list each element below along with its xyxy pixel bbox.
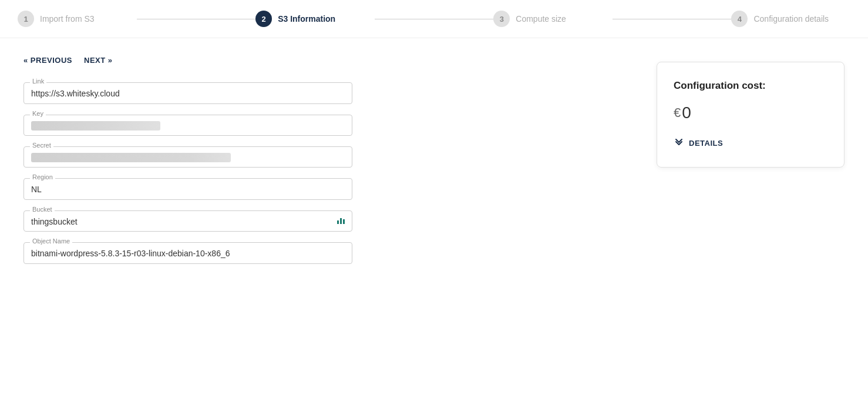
cost-title: Configuration cost:: [674, 80, 827, 92]
details-label: DETAILS: [689, 139, 723, 148]
step-2: 2 S3 Information: [255, 11, 375, 27]
step-3-circle: 3: [493, 11, 510, 27]
step-4: 4 Configuration details: [731, 11, 850, 27]
secret-field-group: Secret: [23, 146, 352, 168]
secret-label: Secret: [30, 142, 53, 149]
object-name-field-wrapper: Object Name: [23, 242, 352, 264]
object-name-label: Object Name: [30, 238, 72, 245]
form-section: « PREVIOUS NEXT » Link Key Secret: [23, 56, 352, 275]
secret-blurred-value: [31, 153, 231, 162]
step-4-circle: 4: [731, 11, 748, 27]
step-2-circle: 2: [255, 11, 272, 27]
cost-value: € 0: [674, 103, 827, 122]
cost-amount: 0: [682, 103, 691, 122]
region-field-wrapper: Region: [23, 178, 352, 200]
next-button[interactable]: NEXT »: [84, 56, 113, 65]
key-field-wrapper: Key: [23, 115, 352, 136]
secret-field-wrapper: Secret: [23, 146, 352, 168]
object-name-field-group: Object Name: [23, 242, 352, 264]
bucket-input[interactable]: [31, 215, 345, 226]
step-1: 1 Import from S3: [18, 11, 137, 27]
link-field-wrapper: Link: [23, 82, 352, 104]
link-field-group: Link: [23, 82, 352, 104]
bucket-field-wrapper: Bucket: [23, 210, 352, 232]
link-input[interactable]: [31, 86, 345, 98]
step-line-2-3: [375, 19, 494, 19]
step-3: 3 Compute size: [493, 11, 613, 27]
cost-currency: €: [674, 105, 681, 121]
region-label: Region: [30, 174, 55, 180]
svg-rect-2: [343, 219, 345, 224]
key-label: Key: [30, 111, 46, 117]
chevron-down-icon: [674, 136, 684, 149]
cost-card: Configuration cost: € 0 DETAILS: [657, 62, 845, 168]
main-content: « PREVIOUS NEXT » Link Key Secret: [0, 38, 868, 292]
svg-rect-0: [337, 220, 339, 224]
svg-rect-1: [340, 218, 342, 224]
bucket-field-group: Bucket: [23, 210, 352, 232]
bucket-icon: [337, 215, 346, 227]
nav-buttons: « PREVIOUS NEXT »: [23, 56, 352, 65]
region-field-group: Region: [23, 178, 352, 200]
link-label: Link: [30, 78, 46, 85]
step-line-1-2: [137, 19, 256, 19]
key-field-group: Key: [23, 115, 352, 136]
details-link[interactable]: DETAILS: [674, 136, 827, 149]
step-4-label: Configuration details: [753, 14, 829, 24]
step-line-3-4: [613, 19, 732, 19]
step-2-label: S3 Information: [278, 14, 335, 24]
step-1-label: Import from S3: [40, 14, 95, 24]
step-1-circle: 1: [18, 11, 34, 27]
step-3-label: Compute size: [516, 14, 566, 24]
region-input[interactable]: [31, 182, 345, 194]
previous-button[interactable]: « PREVIOUS: [23, 56, 72, 65]
key-blurred-value: [31, 121, 160, 131]
bucket-label: Bucket: [30, 206, 55, 213]
stepper: 1 Import from S3 2 S3 Information 3 Comp…: [0, 0, 868, 38]
object-name-input[interactable]: [31, 246, 345, 258]
